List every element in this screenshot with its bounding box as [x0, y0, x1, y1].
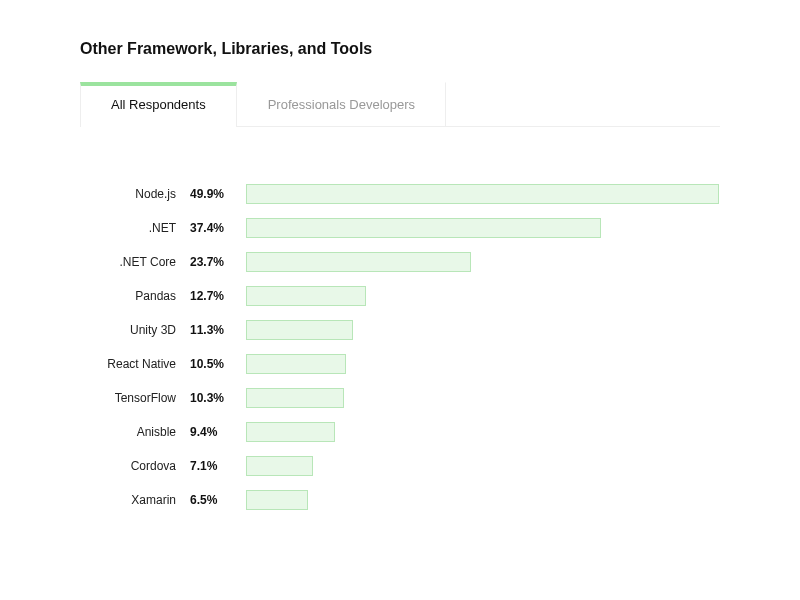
- chart-row: .NET37.4%: [90, 211, 720, 245]
- chart-bar-track: [246, 490, 720, 510]
- tab-bar: All Respondents Professionals Developers: [80, 82, 720, 127]
- chart-row: Anisble9.4%: [90, 415, 720, 449]
- chart-value-label: 49.9%: [190, 187, 246, 201]
- chart-category-label: Pandas: [90, 289, 190, 303]
- chart-value-label: 10.3%: [190, 391, 246, 405]
- chart-bar: [246, 388, 344, 408]
- chart-bar-track: [246, 388, 720, 408]
- chart-bar-track: [246, 456, 720, 476]
- chart-row: Unity 3D11.3%: [90, 313, 720, 347]
- chart-bar: [246, 490, 308, 510]
- chart-value-label: 9.4%: [190, 425, 246, 439]
- chart-bar: [246, 218, 601, 238]
- chart-bar-track: [246, 422, 720, 442]
- chart-value-label: 11.3%: [190, 323, 246, 337]
- chart-category-label: .NET: [90, 221, 190, 235]
- chart-row: Pandas12.7%: [90, 279, 720, 313]
- chart-bar: [246, 354, 346, 374]
- chart-bar-track: [246, 184, 720, 204]
- chart-value-label: 10.5%: [190, 357, 246, 371]
- tab-professional-developers[interactable]: Professionals Developers: [237, 82, 446, 126]
- chart-bar-track: [246, 320, 720, 340]
- chart-bar: [246, 456, 313, 476]
- chart-value-label: 7.1%: [190, 459, 246, 473]
- tab-all-respondents[interactable]: All Respondents: [80, 82, 237, 127]
- chart-bar: [246, 422, 335, 442]
- chart-value-label: 23.7%: [190, 255, 246, 269]
- chart-category-label: Anisble: [90, 425, 190, 439]
- chart-row: Xamarin6.5%: [90, 483, 720, 517]
- chart-row: .NET Core23.7%: [90, 245, 720, 279]
- chart-value-label: 37.4%: [190, 221, 246, 235]
- chart-value-label: 6.5%: [190, 493, 246, 507]
- chart-row: Cordova7.1%: [90, 449, 720, 483]
- chart-category-label: .NET Core: [90, 255, 190, 269]
- chart-value-label: 12.7%: [190, 289, 246, 303]
- chart-bar-track: [246, 354, 720, 374]
- chart-category-label: Unity 3D: [90, 323, 190, 337]
- chart-category-label: Node.js: [90, 187, 190, 201]
- chart-category-label: Cordova: [90, 459, 190, 473]
- chart-bar-track: [246, 252, 720, 272]
- chart-row: TensorFlow10.3%: [90, 381, 720, 415]
- chart-bar: [246, 286, 366, 306]
- chart-bar-track: [246, 218, 720, 238]
- chart-bar: [246, 184, 719, 204]
- chart-bar: [246, 320, 353, 340]
- chart-bar-track: [246, 286, 720, 306]
- chart-row: React Native10.5%: [90, 347, 720, 381]
- chart-category-label: TensorFlow: [90, 391, 190, 405]
- chart-bar: [246, 252, 471, 272]
- page-title: Other Framework, Libraries, and Tools: [80, 40, 720, 58]
- chart-category-label: React Native: [90, 357, 190, 371]
- chart-category-label: Xamarin: [90, 493, 190, 507]
- chart-row: Node.js49.9%: [90, 177, 720, 211]
- bar-chart: Node.js49.9%.NET37.4%.NET Core23.7%Panda…: [80, 177, 720, 517]
